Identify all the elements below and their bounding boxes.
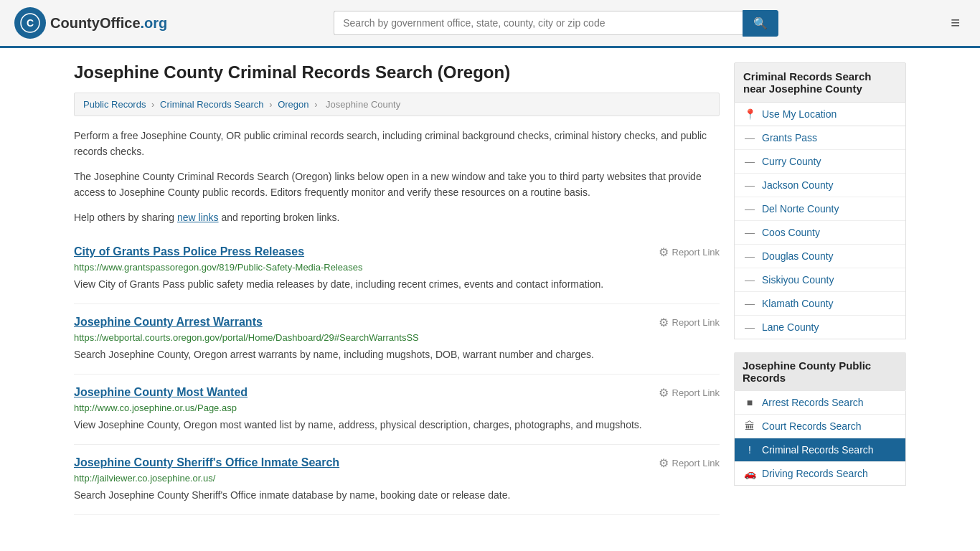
nearby-link-5[interactable]: —Douglas County [735, 245, 905, 268]
pr-item-2[interactable]: !Criminal Records Search [735, 438, 905, 462]
nearby-link-8[interactable]: —Lane County [735, 316, 905, 339]
svg-text:C: C [27, 17, 34, 29]
report-link-1[interactable]: ⚙ Report Link [659, 316, 720, 329]
nearby-link-3[interactable]: —Del Norte County [735, 197, 905, 220]
nearby-links-list: 📍 Use My Location [734, 103, 906, 126]
result-url-2: http://www.co.josephine.or.us/Page.asp [74, 402, 720, 413]
pr-item-1[interactable]: 🏛Court Records Search [735, 415, 905, 438]
pr-link-2[interactable]: !Criminal Records Search [735, 438, 905, 461]
nearby-item-2[interactable]: —Jackson County [735, 174, 905, 197]
link-icon: — [743, 298, 756, 309]
link-icon: — [743, 132, 756, 143]
use-location-label: Use My Location [762, 108, 837, 120]
result-url-3: http://jailviewer.co.josephine.or.us/ [74, 473, 720, 484]
nearby-county-list: —Grants Pass—Curry County—Jackson County… [734, 126, 906, 339]
results-list: City of Grants Pass Police Press Release… [74, 234, 720, 515]
use-location-item[interactable]: 📍 Use My Location [735, 103, 905, 126]
result-desc-1: Search Josephine County, Oregon arrest w… [74, 347, 720, 362]
nearby-item-4[interactable]: —Coos County [735, 221, 905, 245]
public-records-section-title: Josephine County Public Records [734, 352, 906, 391]
result-title-1[interactable]: Josephine County Arrest Warrants [74, 316, 263, 329]
nearby-item-7[interactable]: —Klamath County [735, 292, 905, 316]
near-section-title: Criminal Records Search near Josephine C… [734, 62, 906, 103]
pr-item-3[interactable]: 🚗Driving Records Search [735, 462, 905, 485]
result-url-0: https://www.grantspassoregon.gov/819/Pub… [74, 262, 720, 273]
use-location-link[interactable]: 📍 Use My Location [735, 103, 905, 126]
site-header: C CountyOffice.org 🔍 ≡ [0, 0, 980, 48]
pr-link-0[interactable]: ■Arrest Records Search [735, 391, 905, 414]
pr-link-1[interactable]: 🏛Court Records Search [735, 415, 905, 438]
result-header-2: Josephine County Most Wanted ⚙ Report Li… [74, 386, 720, 400]
nearby-item-6[interactable]: —Siskiyou County [735, 268, 905, 292]
menu-button[interactable]: ≡ [945, 11, 966, 35]
result-desc-0: View City of Grants Pass public safety m… [74, 277, 720, 292]
breadcrumb-public-records[interactable]: Public Records [83, 99, 146, 110]
location-icon: 📍 [743, 108, 756, 120]
logo-area[interactable]: C CountyOffice.org [14, 7, 167, 39]
pr-item-0[interactable]: ■Arrest Records Search [735, 391, 905, 415]
new-links-link[interactable]: new links [177, 212, 219, 223]
result-item: Josephine County Most Wanted ⚙ Report Li… [74, 375, 720, 445]
page-title: Josephine County Criminal Records Search… [74, 62, 720, 83]
nearby-item-0[interactable]: —Grants Pass [735, 126, 905, 150]
pr-link-3[interactable]: 🚗Driving Records Search [735, 462, 905, 485]
pr-icon-2: ! [743, 444, 756, 456]
nearby-link-7[interactable]: —Klamath County [735, 292, 905, 315]
pr-icon-0: ■ [743, 397, 756, 408]
link-icon: — [743, 203, 756, 215]
nearby-item-1[interactable]: —Curry County [735, 150, 905, 174]
search-icon: 🔍 [753, 17, 768, 29]
nearby-link-4[interactable]: —Coos County [735, 221, 905, 244]
result-title-3[interactable]: Josephine County Sheriff's Office Inmate… [74, 456, 339, 469]
nearby-link-1[interactable]: —Curry County [735, 150, 905, 173]
result-desc-2: View Josephine County, Oregon most wante… [74, 418, 720, 433]
report-label-0: Report Link [672, 247, 720, 258]
sidebar: Criminal Records Search near Josephine C… [734, 62, 906, 515]
report-label-2: Report Link [672, 387, 720, 398]
result-item: Josephine County Sheriff's Office Inmate… [74, 445, 720, 515]
result-desc-3: Search Josephine County Sheriff's Office… [74, 488, 720, 503]
result-header-0: City of Grants Pass Police Press Release… [74, 245, 720, 259]
result-title-0[interactable]: City of Grants Pass Police Press Release… [74, 245, 304, 258]
description-1: Perform a free Josephine County, OR publ… [74, 128, 720, 160]
link-icon: — [743, 321, 756, 333]
link-icon: — [743, 156, 756, 167]
report-icon-2: ⚙ [659, 386, 669, 400]
result-item: City of Grants Pass Police Press Release… [74, 234, 720, 304]
nearby-item-5[interactable]: —Douglas County [735, 245, 905, 268]
result-header-3: Josephine County Sheriff's Office Inmate… [74, 456, 720, 470]
report-link-3[interactable]: ⚙ Report Link [659, 456, 720, 470]
search-area: 🔍 [334, 10, 778, 37]
report-icon-1: ⚙ [659, 316, 669, 329]
search-input[interactable] [334, 11, 743, 35]
logo-text: CountyOffice.org [50, 15, 167, 32]
nearby-link-0[interactable]: —Grants Pass [735, 126, 905, 149]
menu-icon: ≡ [951, 14, 960, 32]
search-button[interactable]: 🔍 [743, 10, 778, 37]
nearby-link-2[interactable]: —Jackson County [735, 174, 905, 197]
report-icon-0: ⚙ [659, 245, 669, 259]
report-label-3: Report Link [672, 458, 720, 468]
breadcrumb-criminal-records[interactable]: Criminal Records Search [160, 99, 264, 110]
result-url-1: https://webportal.courts.oregon.gov/port… [74, 332, 720, 343]
logo-icon: C [14, 7, 46, 39]
breadcrumb: Public Records › Criminal Records Search… [74, 93, 720, 116]
link-icon: — [743, 274, 756, 286]
link-icon: — [743, 227, 756, 238]
public-records-links-list: ■Arrest Records Search🏛Court Records Sea… [734, 391, 906, 486]
report-link-2[interactable]: ⚙ Report Link [659, 386, 720, 400]
report-link-0[interactable]: ⚙ Report Link [659, 245, 720, 259]
nearby-item-8[interactable]: —Lane County [735, 316, 905, 339]
nearby-link-6[interactable]: —Siskiyou County [735, 268, 905, 291]
result-item: Josephine County Arrest Warrants ⚙ Repor… [74, 304, 720, 375]
breadcrumb-oregon[interactable]: Oregon [278, 99, 308, 110]
pr-icon-3: 🚗 [743, 468, 756, 479]
result-title-2[interactable]: Josephine County Most Wanted [74, 386, 248, 399]
result-header-1: Josephine County Arrest Warrants ⚙ Repor… [74, 316, 720, 329]
report-icon-3: ⚙ [659, 456, 669, 470]
description-2: The Josephine County Criminal Records Se… [74, 169, 720, 201]
content-area: Josephine County Criminal Records Search… [74, 62, 720, 515]
nearby-item-3[interactable]: —Del Norte County [735, 197, 905, 221]
report-label-1: Report Link [672, 317, 720, 328]
description-3: Help others by sharing new links and rep… [74, 209, 720, 225]
